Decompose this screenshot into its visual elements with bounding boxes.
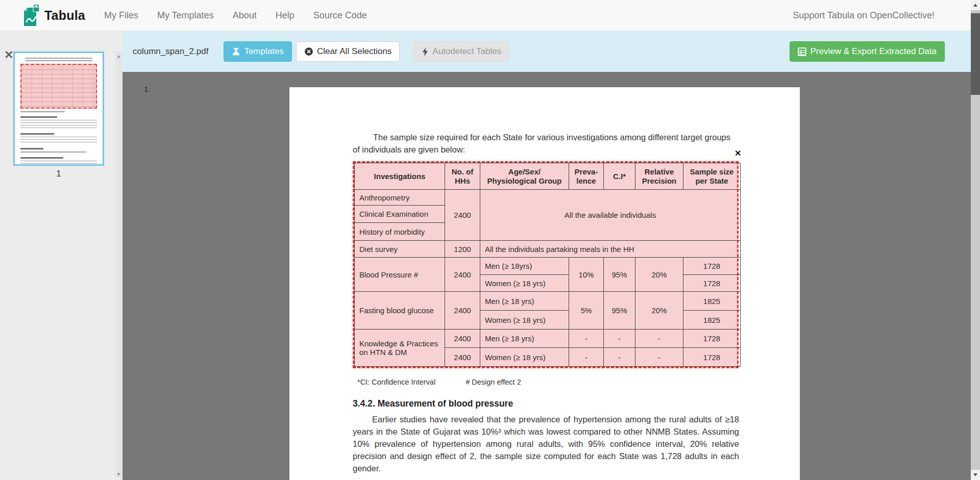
table-cell: Diet survey <box>355 241 445 258</box>
selection-close-button[interactable]: ✕ <box>734 149 741 158</box>
table-header-cell: Investigations <box>355 163 445 190</box>
lock-icon <box>33 5 39 12</box>
table-cell: Women (≥ 18 yrs) <box>480 348 569 367</box>
table-cell: 1728 <box>683 348 741 367</box>
thumbnail-heading-line <box>20 133 54 135</box>
table-footnote: *CI: Confidence Interval # Design effect… <box>357 378 521 386</box>
nav-link-source-code[interactable]: Source Code <box>313 10 367 21</box>
table-cell: Women (≥ 18 yrs) <box>480 311 569 330</box>
table-cell: 1825 <box>683 292 741 311</box>
table-cell: History of morbidity <box>355 223 445 241</box>
table-selection-overlay[interactable]: Investigations No. of HHs Age/Sex/ Physi… <box>353 161 739 368</box>
thumbnail-text-lines <box>20 111 65 112</box>
scrollbar-thumb[interactable] <box>971 13 980 95</box>
table-cell: 95% <box>604 292 635 330</box>
table-cell: 5% <box>569 292 604 330</box>
section-heading: 3.4.2. Measurement of blood pressure <box>353 398 513 409</box>
scroll-up-icon <box>973 4 977 7</box>
nav-link-my-templates[interactable]: My Templates <box>157 10 214 21</box>
table-cell: - <box>604 348 635 367</box>
scrollbar-up-button[interactable] <box>971 0 980 10</box>
circle-x-icon <box>304 47 313 56</box>
table-cell: 2400 <box>445 292 480 330</box>
thumbnail-table-selection <box>20 64 97 109</box>
table-cell: Men (≥ 18yrs) <box>480 258 569 275</box>
table-cell: - <box>635 330 683 348</box>
top-navbar: Tabula My Files My Templates About Help … <box>0 0 980 31</box>
table-cell: 2400 <box>445 348 480 367</box>
table-cell: Anthropometry <box>355 190 445 206</box>
thumbnail-text-lines <box>20 137 97 144</box>
body-paragraph: Earlier studies have revealed that the p… <box>353 413 739 474</box>
intro-paragraph: The sample size required for each State … <box>353 131 730 156</box>
nav-links: My Files My Templates About Help Source … <box>104 10 367 21</box>
window-scrollbar[interactable] <box>971 0 980 480</box>
nav-link-about[interactable]: About <box>233 10 257 21</box>
templates-button[interactable]: Templates <box>224 41 291 62</box>
tabula-pdf-logo-icon[interactable] <box>23 5 40 27</box>
nav-link-my-files[interactable]: My Files <box>104 10 138 21</box>
table-cell: 2400 <box>445 330 480 348</box>
pdf-page: The sample size required for each State … <box>289 87 800 480</box>
table-cell: Women (≥ 18 yrs) <box>480 275 569 292</box>
table-cell: Clinical Examination <box>355 206 445 223</box>
filename-label: column_span_2.pdf <box>133 46 208 57</box>
table-header-cell: C.I* <box>604 163 635 190</box>
clear-all-selections-button[interactable]: Clear All Selections <box>296 41 400 62</box>
table-header-cell: No. of HHs <box>445 163 480 190</box>
support-opencollective-link[interactable]: Support Tabula on OpenCollective! <box>793 0 935 31</box>
scrollbar-down-button[interactable] <box>971 470 980 480</box>
preview-export-button[interactable]: Preview & Export Extracted Data <box>790 41 945 62</box>
table-cell: - <box>604 330 635 348</box>
table-cell: 1728 <box>683 330 741 348</box>
data-table: Investigations No. of HHs Age/Sex/ Physi… <box>354 163 741 367</box>
thumbnail-heading-line <box>20 148 43 149</box>
export-button-label: Preview & Export Extracted Data <box>810 46 937 57</box>
table-header-cell: Sample size per State <box>683 163 741 190</box>
footnote-design-effect: # Design effect 2 <box>465 378 521 386</box>
table-cell: 1825 <box>683 311 741 330</box>
thumbnail-page-number: 1 <box>13 169 104 179</box>
table-cell: - <box>569 348 604 367</box>
template-stamp-icon <box>232 47 240 56</box>
scroll-down-icon <box>973 473 977 476</box>
table-cell: Fasting blood glucose <box>355 292 445 330</box>
table-header-cell: Relative Precision <box>635 163 683 190</box>
table-cell: All the individuals partaking meals in t… <box>480 241 741 258</box>
table-cell: 95% <box>604 258 635 292</box>
nav-link-help[interactable]: Help <box>276 10 295 21</box>
table-header-cell: Preva- lence <box>569 163 604 190</box>
table-cell: - <box>635 348 683 367</box>
remove-page-button[interactable]: ✕ <box>4 49 13 61</box>
autodetect-tables-button[interactable]: Autodetect Tables <box>413 41 509 62</box>
clear-button-label: Clear All Selections <box>317 46 391 57</box>
table-cell: 20% <box>635 292 683 330</box>
thumbnail-heading-line <box>20 116 57 118</box>
table-cell: Men (≥ 18 yrs) <box>480 330 569 348</box>
thumbnail-text-lines <box>20 151 86 154</box>
table-cell: 1728 <box>683 275 741 292</box>
table-cell: - <box>569 330 604 348</box>
page-label: 1. <box>144 85 151 93</box>
brand-title[interactable]: Tabula <box>44 8 85 23</box>
table-cell: Knowledge & Practices on HTN & DM <box>355 330 445 367</box>
table-cell: 20% <box>635 258 683 292</box>
thumbnail-text-lines <box>20 120 97 130</box>
toolbar: column_span_2.pdf Templates C <box>122 31 980 72</box>
table-cell: 1200 <box>445 241 480 258</box>
sidebar-scroll-up-icon[interactable]: ▲ <box>116 54 121 59</box>
page-thumbnail[interactable] <box>13 52 104 166</box>
table-cell: Blood Pressure # <box>355 258 445 292</box>
thumbnail-text-lines <box>20 161 97 166</box>
page-thumbnails-sidebar: ✕ 1 ▲ ▼ <box>0 31 122 480</box>
document-view-area: 1. The sample size required for each Sta… <box>122 72 980 480</box>
sidebar-scroll-down-icon[interactable]: ▼ <box>116 472 121 477</box>
thumbnail-heading-line <box>20 157 63 159</box>
sidebar-scrollbar-track[interactable] <box>115 52 122 478</box>
lightning-icon <box>422 47 429 56</box>
footnote-ci: *CI: Confidence Interval <box>357 378 435 386</box>
tabula-app-window: Tabula My Files My Templates About Help … <box>0 0 980 480</box>
table-cell: 1728 <box>683 258 741 275</box>
thumbnail-text-lines <box>25 58 92 62</box>
templates-button-label: Templates <box>244 46 283 57</box>
